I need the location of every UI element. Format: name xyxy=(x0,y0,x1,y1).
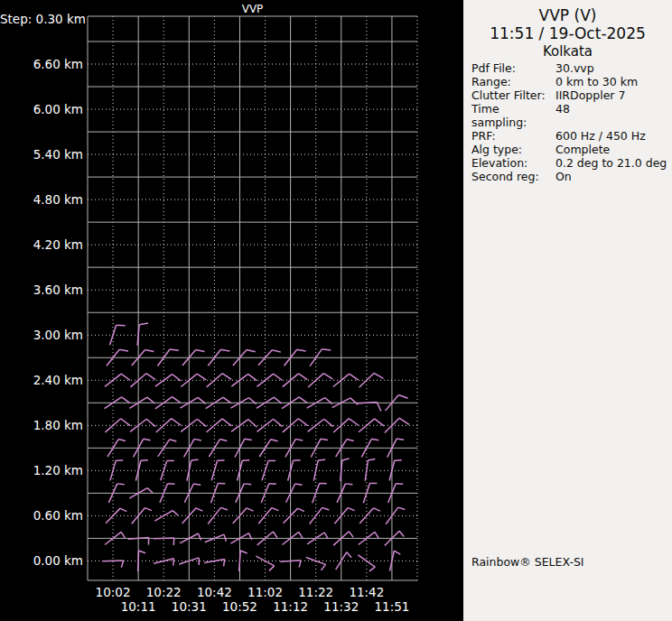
wind-barb-feather xyxy=(322,507,330,510)
metadata-value: 30.vvp xyxy=(555,61,668,75)
wind-barb-shaft xyxy=(313,460,318,480)
wind-barb-feather xyxy=(194,439,201,440)
y-tick-label: 6.00 km xyxy=(0,101,83,117)
y-tick-label: 2.40 km xyxy=(0,372,83,388)
wind-barb-feather xyxy=(269,484,276,485)
wind-barb-feather xyxy=(220,507,228,510)
wind-barb-feather xyxy=(348,508,354,511)
wind-barb-feather xyxy=(219,440,227,441)
wind-barb-feather xyxy=(350,374,359,380)
x-tick-label: 11:02 xyxy=(244,585,287,599)
wind-barb-feather xyxy=(248,374,257,380)
wind-barb-feather xyxy=(244,484,251,485)
wind-barb-feather xyxy=(147,488,153,493)
wind-barb-feather xyxy=(323,374,332,379)
metadata-label: Elevation: xyxy=(471,156,555,170)
wind-barb-feather xyxy=(247,350,256,352)
wind-barb-feather xyxy=(145,508,152,511)
wind-barb-feather xyxy=(395,460,402,461)
y-tick-label: 0.60 km xyxy=(0,507,83,524)
wind-barb-feather xyxy=(117,484,125,485)
y-tick-label: 0.00 km xyxy=(0,552,83,569)
x-tick-label: 10:22 xyxy=(142,585,185,599)
wind-barb-feather xyxy=(321,439,328,440)
wind-barb-feather xyxy=(274,419,283,426)
wind-barb-feather xyxy=(397,439,404,440)
wind-barb-feather xyxy=(247,508,253,511)
wind-barb-feather xyxy=(396,484,403,485)
wind-barb-feather xyxy=(342,459,350,460)
metadata-value: 0 km to 30 km xyxy=(555,75,668,88)
x-tick-label: 11:42 xyxy=(345,585,388,599)
wind-barb-shaft xyxy=(154,511,173,522)
y-tick-label: 1.80 km xyxy=(0,417,83,433)
x-tick-label: 10:52 xyxy=(218,599,261,614)
wind-barb-feather xyxy=(295,439,303,440)
x-tick-label: 10:42 xyxy=(192,585,236,599)
x-tick-label: 10:11 xyxy=(117,599,160,614)
wind-barb-shaft xyxy=(208,507,220,524)
wind-barb-feather xyxy=(398,507,406,509)
wind-barb-feather xyxy=(145,349,154,351)
wind-barb-feather xyxy=(146,374,155,380)
wind-barb-feather xyxy=(240,551,247,553)
plot-title: VVP xyxy=(88,3,417,15)
wind-barb-feather xyxy=(196,508,202,511)
wind-barb-feather xyxy=(271,440,278,441)
metadata-value: IIRDoppler 7 xyxy=(555,88,668,102)
y-tick-label: 4.20 km xyxy=(0,236,83,253)
wind-barb-shaft xyxy=(110,460,116,480)
wind-barb-feather xyxy=(245,439,252,440)
wind-barb-shaft xyxy=(137,325,139,346)
wind-barb-shaft xyxy=(310,507,322,524)
wind-barb-feather xyxy=(375,419,384,426)
wind-barb-shaft xyxy=(280,561,301,562)
wind-barb-feather xyxy=(295,484,303,485)
wind-barb-feather xyxy=(269,566,275,571)
wind-barb-feather xyxy=(349,419,359,426)
metadata-label: Range: xyxy=(471,75,555,88)
x-tick-label: 11:12 xyxy=(269,599,313,614)
wind-barb-feather xyxy=(120,508,126,512)
y-tick-label: 5.40 km xyxy=(0,146,83,162)
metadata-row: PRF:600 Hz / 450 Hz xyxy=(471,129,668,143)
x-tick-label: 11:51 xyxy=(370,599,414,614)
wind-barb-shaft xyxy=(106,508,120,524)
wind-barb-feather xyxy=(374,508,380,511)
wind-barb-shaft xyxy=(262,460,268,480)
panel-datetime: 11:51 / 19-Oct-2025 xyxy=(463,24,672,42)
wind-barb-feather xyxy=(222,419,231,426)
wind-barb-feather xyxy=(173,375,181,381)
wind-barb-feather xyxy=(173,559,174,566)
wind-barb-shaft xyxy=(161,460,167,480)
wind-barb-feather xyxy=(223,397,231,403)
metadata-row: Pdf File:30.vvp xyxy=(471,61,668,75)
wind-barb-feather xyxy=(121,419,130,426)
x-tick-label: 10:02 xyxy=(91,585,135,599)
wind-barb-shaft xyxy=(154,538,174,539)
y-tick-label: 4.80 km xyxy=(0,191,83,208)
wind-barb-shaft xyxy=(365,460,368,481)
wind-barb-feather xyxy=(196,349,205,351)
wind-barb-feather xyxy=(368,459,375,460)
wind-barb-feather xyxy=(220,349,229,351)
wind-barb-feather xyxy=(242,460,249,461)
metadata-row: Second reg:On xyxy=(471,170,668,183)
wind-barb-feather xyxy=(193,484,201,485)
wind-barb-feather xyxy=(141,460,148,461)
wind-barb-feather xyxy=(324,419,333,426)
wind-barb-feather xyxy=(146,419,155,426)
wind-barb-feather xyxy=(173,511,178,515)
panel-site-name: Kolkata xyxy=(463,43,672,60)
wind-barb-feather xyxy=(299,397,307,403)
wind-barb-feather xyxy=(369,567,375,571)
wind-barb-feather xyxy=(347,552,351,558)
wind-barb-shaft xyxy=(356,402,377,403)
wind-barb-feather xyxy=(172,419,182,426)
wind-barb-feather xyxy=(121,561,123,568)
wind-barb-feather xyxy=(248,420,257,428)
wind-barb-feather xyxy=(139,551,146,553)
wind-barb-feather xyxy=(170,349,179,350)
metadata-value: 0.2 deg to 21.0 deg xyxy=(555,156,668,170)
wind-barb-feather xyxy=(375,532,378,538)
